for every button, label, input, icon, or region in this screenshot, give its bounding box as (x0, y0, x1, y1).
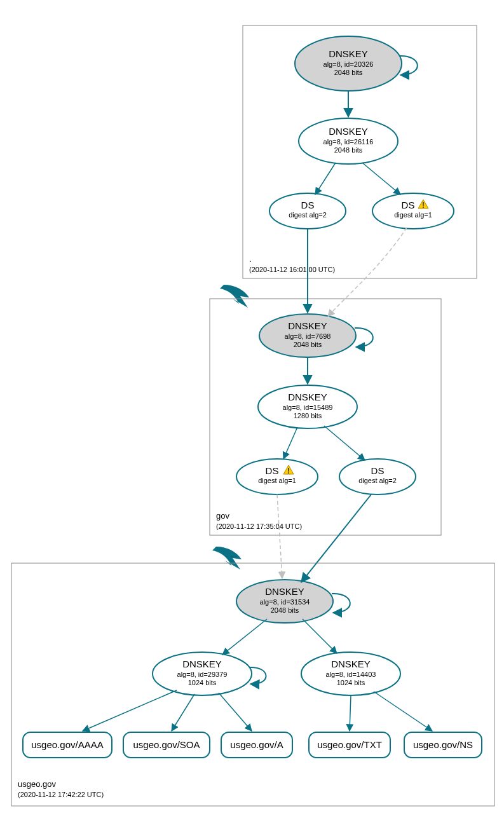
zone-root-label: . (249, 254, 252, 264)
svg-text:alg=8, id=20326: alg=8, id=20326 (324, 60, 374, 68)
edge-29379-soa (172, 694, 194, 731)
edge-usgeoksk-29379 (222, 619, 267, 655)
edge-govzsk-ds1 (283, 427, 297, 459)
svg-text:usgeo.gov/A: usgeo.gov/A (230, 739, 283, 750)
rr-soa: usgeo.gov/SOA (123, 732, 210, 758)
svg-text:DNSKEY: DNSKEY (329, 48, 368, 59)
zone-root-time: (2020-11-12 16:01:00 UTC) (249, 266, 335, 273)
edge-29379-aaaa (83, 690, 177, 731)
svg-text:DS: DS (301, 200, 315, 210)
rr-a: usgeo.gov/A (221, 732, 292, 758)
svg-text:1024 bits: 1024 bits (337, 679, 365, 686)
root-ds-alg1: DS digest alg=1 ! (372, 193, 454, 229)
svg-text:2048 bits: 2048 bits (271, 606, 299, 614)
svg-text:usgeo.gov/TXT: usgeo.gov/TXT (317, 739, 382, 750)
root-dnskey-ksk: DNSKEY alg=8, id=20326 2048 bits (295, 36, 402, 91)
svg-text:alg=8, id=26116: alg=8, id=26116 (324, 138, 374, 146)
edge-govds1-usgeoksk-dashed (277, 495, 282, 578)
svg-text:digest alg=1: digest alg=1 (258, 477, 296, 484)
svg-text:usgeo.gov/SOA: usgeo.gov/SOA (133, 739, 200, 750)
svg-text:DS: DS (402, 200, 415, 210)
svg-text:!: ! (422, 201, 425, 210)
edge-usgeoksk-14403 (303, 619, 337, 653)
svg-text:2048 bits: 2048 bits (334, 69, 363, 76)
svg-text:alg=8, id=7698: alg=8, id=7698 (285, 332, 331, 340)
root-ds-alg2: DS digest alg=2 (269, 193, 346, 229)
svg-text:alg=8, id=29379: alg=8, id=29379 (177, 671, 228, 678)
svg-text:DNSKEY: DNSKEY (288, 392, 327, 402)
svg-text:DNSKEY: DNSKEY (331, 658, 371, 669)
gov-ds-alg2: DS digest alg=2 (339, 459, 416, 495)
usgeo-dnskey-29379: DNSKEY alg=8, id=29379 1024 bits (153, 652, 252, 695)
svg-text:usgeo.gov/NS: usgeo.gov/NS (413, 739, 473, 750)
edge-29379-a (219, 693, 252, 731)
delegation-arrow-gov-usgeo (212, 547, 242, 570)
svg-text:DNSKEY: DNSKEY (329, 126, 368, 137)
rr-txt: usgeo.gov/TXT (309, 732, 390, 758)
rr-ns: usgeo.gov/NS (404, 732, 482, 758)
edge-rootzsk-ds2 (315, 163, 336, 194)
svg-text:DS: DS (266, 465, 279, 476)
root-dnskey-zsk: DNSKEY alg=8, id=26116 2048 bits (299, 118, 398, 164)
svg-text:(2020-11-12 17:42:22 UTC): (2020-11-12 17:42:22 UTC) (18, 791, 104, 798)
svg-text:digest alg=1: digest alg=1 (394, 211, 432, 219)
edge-14403-ns (374, 692, 432, 731)
svg-text:usgeo.gov/AAAA: usgeo.gov/AAAA (31, 739, 103, 750)
gov-ds-alg1: DS digest alg=1 ! (236, 459, 318, 495)
svg-text:1024 bits: 1024 bits (188, 679, 217, 686)
edge-rootzsk-ds1 (362, 163, 400, 194)
rr-aaaa: usgeo.gov/AAAA (23, 732, 112, 758)
svg-text:1280 bits: 1280 bits (294, 412, 322, 420)
usgeo-dnskey-14403: DNSKEY alg=8, id=14403 1024 bits (301, 652, 400, 695)
svg-text:alg=8, id=15489: alg=8, id=15489 (283, 404, 333, 411)
svg-text:(2020-11-12 17:35:04 UTC): (2020-11-12 17:35:04 UTC) (216, 522, 302, 530)
zone-gov-label: gov (216, 511, 229, 521)
usgeo-ksk-selfloop (332, 594, 350, 613)
usgeo-dnskey-ksk: DNSKEY alg=8, id=31534 2048 bits (236, 580, 333, 623)
edge-14403-txt (350, 695, 351, 731)
svg-text:!: ! (287, 467, 290, 475)
svg-text:alg=8, id=14403: alg=8, id=14403 (326, 671, 376, 678)
edge-govds2-usgeoksk (301, 495, 371, 582)
svg-text:2048 bits: 2048 bits (334, 146, 363, 154)
edge-govzsk-ds2 (324, 426, 365, 460)
zone-usgeo-label: usgeo.gov (18, 779, 56, 789)
gov-ksk-selfloop (355, 328, 373, 347)
svg-text:DNSKEY: DNSKEY (265, 586, 304, 597)
svg-text:2048 bits: 2048 bits (294, 341, 322, 348)
svg-text:DS: DS (371, 465, 385, 476)
svg-text:digest alg=2: digest alg=2 (289, 211, 327, 219)
gov-dnskey-ksk: DNSKEY alg=8, id=7698 2048 bits (259, 314, 356, 357)
gov-dnskey-zsk: DNSKEY alg=8, id=15489 1280 bits (258, 385, 357, 428)
svg-text:DNSKEY: DNSKEY (288, 320, 327, 331)
delegation-arrow-root-gov (220, 285, 249, 308)
svg-text:digest alg=2: digest alg=2 (358, 477, 397, 484)
dnssec-graph: . (2020-11-12 16:01:00 UTC) DNSKEY alg=8… (0, 0, 504, 839)
svg-text:alg=8, id=31534: alg=8, id=31534 (260, 598, 310, 606)
edge-ds1-govksk-dashed (328, 228, 407, 317)
svg-text:DNSKEY: DNSKEY (182, 658, 222, 669)
